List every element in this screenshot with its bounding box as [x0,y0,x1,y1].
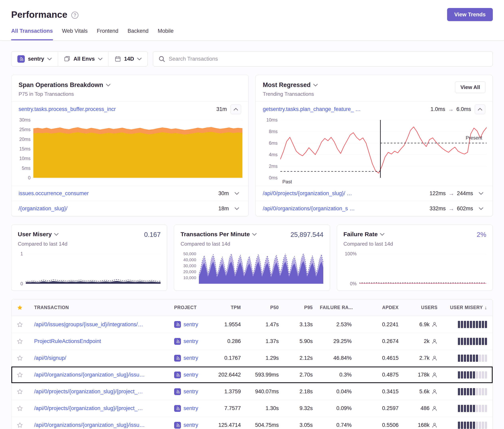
failure-rate-title: Failure Rate [343,231,378,238]
p95-cell: 2.70s [286,372,320,378]
environment-selector[interactable]: All Envs [58,52,108,66]
user-icon [432,322,438,327]
tab-all-transactions[interactable]: All Transactions [11,28,53,40]
star-toggle[interactable] [11,338,28,344]
user-misery-bars [445,422,493,429]
tab-web-vitals[interactable]: Web Vitals [62,28,88,40]
table-body: /api/0/issues|groups/{issue_id}/integrat… [11,316,493,429]
project-link[interactable]: sentry [174,388,214,395]
user-misery-title: User Misery [18,231,52,238]
failure-rate-dropdown[interactable]: Failure Rate [343,231,385,238]
span-ops-title-dropdown[interactable]: Span Operations Breakdown [18,81,110,88]
span-op-link[interactable]: /{organization_slug}/ [18,206,215,212]
trend-from: 122ms [430,190,446,197]
star-toggle[interactable] [11,372,28,378]
tpm-cell: 7.7577 [214,405,248,411]
span-op-link[interactable]: issues.occurrence_consumer [18,190,215,197]
column-header-apdex[interactable]: APDEX [359,305,406,310]
user-misery-bars [445,338,493,345]
most-regressed-title-dropdown[interactable]: Most Regressed [263,81,318,88]
span-op-duration: 31m [216,106,227,112]
column-header-transaction[interactable]: TRANSACTION [28,305,174,310]
view-trends-button[interactable]: View Trends [447,8,493,21]
span-op-link[interactable]: sentry.tasks.process_buffer.process_incr [18,106,213,112]
collapse-toggle[interactable] [230,105,241,114]
transaction-link[interactable]: /api/0/signup/ [34,355,174,361]
column-header-users[interactable]: USERS [406,305,445,310]
star-outline-icon [17,355,23,361]
star-outline-icon [17,422,23,428]
table-row: /api/0/projects/{organization_slug}/{pro… [11,400,493,417]
project-link[interactable]: sentry [174,355,214,362]
tpm-sparkline [199,254,323,284]
regressed-transaction-link[interactable]: getsentry.tasks.plan_change_feature_ … [263,106,427,112]
misery-bar [461,355,463,362]
misery-bar [464,338,466,345]
project-link[interactable]: sentry [174,372,214,378]
present-label: Present [466,135,482,141]
star-toggle[interactable] [11,422,28,428]
project-link[interactable]: sentry [174,422,214,429]
tab-frontend[interactable]: Frontend [97,28,118,40]
tpm-cell: 125.4714 [214,422,248,428]
misery-bar [458,321,460,328]
regressed-row: /api/0/organizations/{organization_s … 3… [256,201,493,216]
column-header-tpm[interactable]: TPM [214,305,248,310]
tab-backend[interactable]: Backend [128,28,149,40]
search-input[interactable] [169,56,487,62]
column-header-failure-rate[interactable]: FAILURE RA... [320,305,359,310]
star-toggle[interactable] [11,405,28,411]
apdex-cell: 0.2674 [359,338,406,344]
expand-toggle[interactable] [233,207,241,210]
project-link[interactable]: sentry [174,321,214,328]
date-range-selector[interactable]: 14D [108,52,148,66]
transaction-link[interactable]: /api/0/projects/{organization_slug}/{pro… [34,388,174,395]
column-header-user-misery[interactable]: USER MISERY ↓ [445,305,493,310]
project-selector-label: sentry [28,56,44,62]
misery-bar [467,338,469,345]
charts-row: Span Operations Breakdown P75 in Top Tra… [11,75,493,216]
regressed-transaction-link[interactable]: /api/0/organizations/{organization_s … [263,206,426,212]
calendar-icon [115,56,121,62]
transaction-link[interactable]: /api/0/issues|groups/{issue_id}/integrat… [34,322,174,328]
project-link[interactable]: sentry [174,338,214,345]
column-header-p95[interactable]: P95 [286,305,320,310]
p95-cell: 3.13s [286,322,320,328]
most-regressed-card: Most Regressed Trending Transactions Vie… [255,75,493,216]
star-toggle[interactable] [11,322,28,328]
regressed-transaction-link[interactable]: /api/0/projects/{organization_slug}/ … [263,190,426,197]
project-link[interactable]: sentry [174,405,214,412]
view-all-button[interactable]: View All [455,81,486,93]
y-axis: 10 [18,254,26,284]
transaction-link[interactable]: /api/0/projects/{organization_slug}/{pro… [34,405,174,411]
help-icon[interactable]: ? [71,12,79,19]
collapse-toggle[interactable] [475,105,486,114]
star-toggle[interactable] [11,388,28,395]
user-icon [432,338,438,344]
column-header-project[interactable]: PROJECT [174,305,214,310]
table-header: TRANSACTION PROJECT TPM P50 P95 FAILURE … [11,299,493,316]
y-axis-label: 20,000 [183,269,196,274]
sentry-logo-icon [174,321,181,328]
transaction-link[interactable]: ProjectRuleActionsEndpoint [34,338,174,344]
tpm-dropdown[interactable]: Transactions Per Minute [180,231,257,238]
starred-column-header[interactable] [11,305,28,311]
star-toggle[interactable] [11,355,28,361]
transaction-link[interactable]: /api/0/organizations/{organization_slug}… [34,422,174,428]
transaction-link[interactable]: /api/0/organizations/{organization_slug}… [34,372,174,378]
chevron-down-icon [479,207,483,210]
misery-bar [476,338,478,345]
project-selector[interactable]: sentry [11,52,58,66]
expand-toggle[interactable] [233,192,241,195]
tab-mobile[interactable]: Mobile [158,28,174,40]
misery-bar [476,321,478,328]
user-misery-subtitle: Compared to last 14d [18,241,161,247]
expand-toggle[interactable] [477,192,486,195]
user-misery-dropdown[interactable]: User Misery [18,231,59,238]
expand-toggle[interactable] [477,207,486,210]
metrics-row: User Misery 0.167 Compared to last 14d 1… [11,225,493,291]
column-header-p50[interactable]: P50 [248,305,286,310]
tpm-cell: 0.286 [214,338,248,344]
table-row: /api/0/projects/{organization_slug}/{pro… [11,383,493,400]
p50-cell: 1.47s [248,322,286,328]
